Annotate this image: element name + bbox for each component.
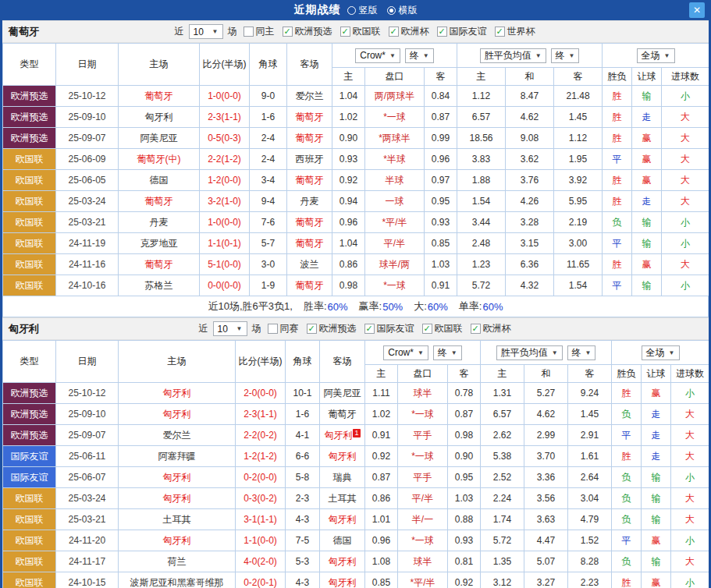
away-team[interactable]: 丹麦: [287, 191, 332, 212]
away-team[interactable]: 匈牙利: [320, 572, 365, 588]
away-team[interactable]: 匈牙利: [320, 509, 365, 530]
away-team[interactable]: 葡萄牙: [287, 275, 332, 296]
checkbox-icon[interactable]: ✓: [307, 324, 317, 334]
score: 1-1(0-0): [236, 530, 286, 551]
away-team[interactable]: 阿美尼亚: [320, 383, 365, 404]
home-team[interactable]: 波斯尼亚和黑塞哥维那: [119, 572, 236, 588]
avg-final-select[interactable]: 终▼: [567, 345, 596, 360]
home-team[interactable]: 爱尔兰: [119, 425, 236, 446]
away-team[interactable]: 瑞典: [320, 467, 365, 488]
odds-final-select[interactable]: 终▼: [433, 345, 462, 360]
home-team[interactable]: 匈牙利: [119, 383, 236, 404]
summary-stat-label: 赢率:: [359, 299, 382, 313]
filter-checkbox[interactable]: 同赛: [268, 322, 299, 335]
filter-checkbox[interactable]: ✓欧洲杯: [471, 322, 511, 335]
view-radio[interactable]: 竖版: [347, 4, 378, 17]
home-team[interactable]: 匈牙利: [119, 404, 236, 425]
away-team[interactable]: 波兰: [287, 254, 332, 275]
bookmaker-select[interactable]: Crow*▼: [355, 48, 400, 63]
away-team[interactable]: 匈牙利: [320, 551, 365, 572]
away-team[interactable]: 西班牙: [287, 149, 332, 170]
match-count-select[interactable]: 10▼: [189, 24, 223, 39]
home-team[interactable]: 土耳其: [119, 509, 236, 530]
avg-select[interactable]: 胜平负均值▼: [480, 48, 546, 63]
home-team[interactable]: 匈牙利: [119, 107, 200, 128]
odds-final-value: 终: [438, 346, 447, 360]
bookmaker-select[interactable]: Crow*▼: [383, 345, 428, 360]
result-handicap: 输: [632, 233, 662, 254]
avg-draw: 4.26: [506, 191, 554, 212]
match-row: 欧洲预选 25-09-10 匈牙利 2-3(1-1) 1-6 葡萄牙 1.02 …: [3, 404, 709, 425]
handicap: *一球: [365, 275, 425, 296]
checkbox-icon[interactable]: ✓: [495, 27, 505, 37]
result-wdl: 平: [612, 530, 642, 551]
result-goals: 大: [671, 488, 709, 509]
home-team[interactable]: 匈牙利: [119, 488, 236, 509]
home-team[interactable]: 葡萄牙: [119, 86, 200, 107]
match-count-select[interactable]: 10▼: [213, 321, 247, 336]
odds-away: 0.88: [448, 509, 481, 530]
away-team[interactable]: 葡萄牙: [287, 170, 332, 191]
checkbox-icon[interactable]: [244, 27, 254, 37]
odds-away: 1.03: [425, 254, 457, 275]
odds-final-select[interactable]: 终▼: [405, 48, 434, 63]
home-team[interactable]: 阿美尼亚: [119, 128, 200, 149]
games-label: 场: [228, 25, 237, 38]
score: 0-3(0-2): [236, 488, 286, 509]
filter-checkbox[interactable]: ✓国际友谊: [364, 322, 414, 335]
score: 0-2(0-0): [236, 467, 286, 488]
result-handicap: 输: [632, 212, 662, 233]
home-team[interactable]: 匈牙利: [119, 467, 236, 488]
checkbox-icon[interactable]: ✓: [389, 27, 399, 37]
filter-checkbox[interactable]: ✓世界杯: [495, 25, 535, 38]
filter-checkbox[interactable]: ✓欧国联: [422, 322, 463, 335]
home-team[interactable]: 葡萄牙: [119, 254, 200, 275]
away-team[interactable]: 德国: [320, 530, 365, 551]
filter-checkbox[interactable]: ✓欧国联: [340, 25, 381, 38]
filter-checkbox[interactable]: 同主: [244, 25, 275, 38]
checkbox-icon[interactable]: ✓: [422, 324, 432, 334]
checkbox-icon[interactable]: ✓: [364, 324, 375, 334]
home-team[interactable]: 阿塞拜疆: [119, 446, 236, 467]
away-team[interactable]: 爱尔兰: [287, 86, 332, 107]
checkbox-icon[interactable]: [268, 324, 278, 334]
fullmatch-select[interactable]: 全场▼: [637, 48, 675, 63]
avg-select[interactable]: 胜平负均值▼: [496, 345, 563, 360]
home-team[interactable]: 德国: [119, 170, 200, 191]
home-team[interactable]: 葡萄牙(中): [119, 149, 200, 170]
away-team[interactable]: 葡萄牙: [287, 107, 332, 128]
radio-icon[interactable]: [347, 6, 356, 15]
away-team[interactable]: 匈牙利1: [320, 425, 365, 446]
filter-checkbox[interactable]: ✓国际友谊: [437, 25, 487, 38]
fullmatch-select[interactable]: 全场▼: [642, 345, 680, 360]
home-team[interactable]: 苏格兰: [119, 275, 200, 296]
home-team[interactable]: 丹麦: [119, 212, 200, 233]
home-team[interactable]: 葡萄牙: [119, 191, 200, 212]
checkbox-icon[interactable]: ✓: [471, 324, 481, 334]
handicap: *一球: [398, 446, 448, 467]
match-row: 欧国联 24-10-15 波斯尼亚和黑塞哥维那 0-2(0-1) 4-3 匈牙利…: [3, 572, 709, 588]
handicap: *两球半: [365, 128, 425, 149]
home-team[interactable]: 荷兰: [119, 551, 236, 572]
checkbox-icon[interactable]: ✓: [340, 27, 350, 37]
checkbox-icon[interactable]: ✓: [437, 27, 447, 37]
filter-checkbox[interactable]: ✓欧洲预选: [283, 25, 332, 38]
filter-checkbox[interactable]: ✓欧洲杯: [389, 25, 429, 38]
odds-home: 0.86: [365, 488, 398, 509]
home-team[interactable]: 匈牙利: [119, 530, 236, 551]
filter-checkbox[interactable]: ✓欧洲预选: [307, 322, 357, 335]
away-team[interactable]: 匈牙利: [320, 446, 365, 467]
away-team[interactable]: 葡萄牙: [320, 404, 365, 425]
view-radio[interactable]: 横版: [387, 4, 418, 17]
away-team[interactable]: 葡萄牙: [287, 128, 332, 149]
checkbox-icon[interactable]: ✓: [283, 27, 293, 37]
result-goals: 小: [662, 275, 709, 296]
away-team[interactable]: 土耳其: [320, 488, 365, 509]
away-team[interactable]: 葡萄牙: [287, 212, 332, 233]
avg-final-select[interactable]: 终▼: [551, 48, 580, 63]
away-team[interactable]: 葡萄牙: [287, 233, 332, 254]
result-goals: 大: [662, 149, 709, 170]
close-button[interactable]: ✕: [689, 2, 705, 18]
radio-icon[interactable]: [387, 6, 396, 15]
home-team[interactable]: 克罗地亚: [119, 233, 200, 254]
